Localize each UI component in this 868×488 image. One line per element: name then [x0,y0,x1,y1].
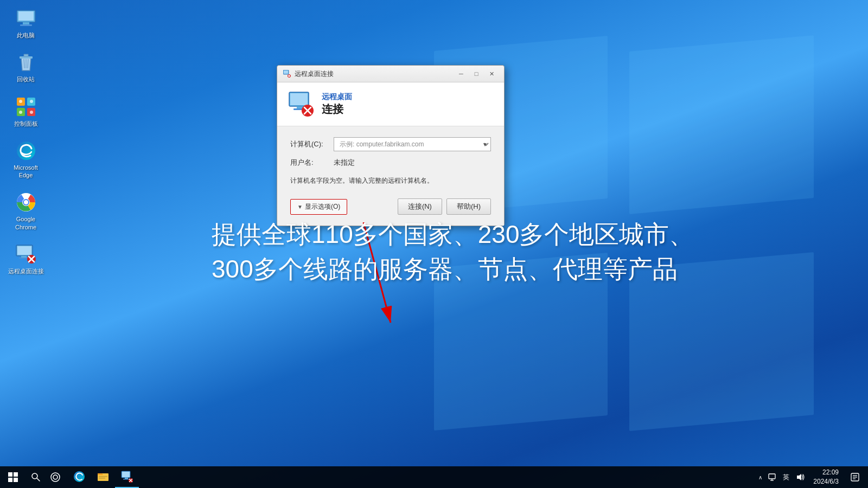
recycle-icon-image [15,52,37,73]
taskbar-pinned-apps [67,466,139,488]
svg-point-20 [24,200,28,204]
svg-line-47 [37,478,40,481]
red-arrow [320,222,429,342]
svg-rect-55 [122,472,130,477]
recycle-bin-icon[interactable]: 回收站 [5,49,46,85]
computer-select[interactable]: 示例: computer.fabrikam.com [334,137,491,151]
svg-point-48 [51,473,60,481]
svg-rect-43 [14,472,18,477]
ms-edge-label: MicrosoftEdge [14,164,38,179]
network-tray-icon[interactable] [767,466,777,488]
dialog-action-buttons: 连接(N) 帮助(H) [398,198,491,215]
dialog-close-btn[interactable]: ✕ [484,69,499,79]
svg-rect-61 [769,474,775,479]
computer-select-wrap: 示例: computer.fabrikam.com ▼ [334,137,491,151]
dialog-maximize-btn[interactable]: □ [469,69,483,79]
svg-point-49 [53,475,58,479]
taskbar-date: 2024/6/3 [813,477,839,486]
chrome-icon-image [15,191,37,213]
rdp-shortcut-label: 远程桌面连接 [8,267,44,275]
ms-edge-image [15,140,37,162]
svg-marker-64 [797,474,801,480]
svg-rect-3 [20,24,32,26]
dialog-controls: ─ □ ✕ [454,69,499,79]
recycle-bin-label: 回收站 [17,75,35,83]
taskbar-time: 22:09 [813,468,839,477]
ms-edge-icon[interactable]: MicrosoftEdge [5,138,46,182]
taskbar: ∧ 英 22:09 2024/6/3 [0,466,868,488]
language-indicator[interactable]: 英 [781,473,792,482]
this-pc-label: 此电脑 [17,31,35,39]
notification-center[interactable] [846,466,864,488]
rdp-dialog: 远程桌面连接 ─ □ ✕ [277,65,505,226]
this-pc-icon[interactable]: 此电脑 [5,5,46,41]
dialog-body: 计算机(C): 示例: computer.fabrikam.com ▼ 用户名:… [277,126,504,226]
svg-rect-52 [99,476,107,477]
dialog-title-icon [283,69,291,78]
show-options-arrow: ▼ [297,204,303,210]
svg-rect-44 [8,478,12,482]
svg-rect-22 [17,246,31,255]
taskbar-search[interactable] [26,466,46,488]
rdp-shortcut-icon[interactable]: 远程桌面连接 [5,241,46,277]
computer-row: 计算机(C): 示例: computer.fabrikam.com ▼ [290,137,491,151]
svg-point-13 [30,100,33,103]
taskbar-cortana[interactable] [46,466,65,488]
computer-input-wrap: 示例: computer.fabrikam.com ▼ [334,137,491,151]
taskbar-rdp-app[interactable] [115,466,139,488]
dialog-title-text: 远程桌面连接 [295,69,454,79]
dialog-main-title: 连接 [322,102,352,117]
google-chrome-label: GoogleChrome [15,215,36,231]
help-button[interactable]: 帮助(H) [446,198,491,215]
dialog-warning: 计算机名字段为空。请输入完整的远程计算机名。 [290,174,491,185]
taskbar-right: ∧ 英 22:09 2024/6/3 [757,466,868,488]
svg-rect-45 [14,478,18,482]
rdp-shortcut-image [15,243,37,265]
svg-rect-57 [123,479,130,480]
svg-line-41 [363,222,391,323]
connect-button[interactable]: 连接(N) [398,198,442,215]
svg-rect-56 [125,478,128,479]
svg-point-14 [19,111,22,114]
svg-point-15 [30,111,33,114]
desktop: 此电脑 回收站 [0,0,868,488]
username-value: 未指定 [334,158,355,168]
svg-rect-34 [290,93,308,105]
username-label: 用户名: [290,158,334,168]
svg-rect-1 [18,11,34,21]
show-options-button[interactable]: ▼ 显示选项(O) [290,199,347,215]
taskbar-clock[interactable]: 22:09 2024/6/3 [809,468,843,486]
desktop-icons: 此电脑 回收站 [5,5,46,277]
svg-point-12 [19,100,22,103]
username-row: 用户名: 未指定 [290,158,491,168]
show-options-label: 显示选项(O) [305,202,340,211]
dialog-footer: ▼ 显示选项(O) 连接(N) 帮助(H) [290,194,491,215]
dialog-header-icon [288,91,314,117]
taskbar-explorer-app[interactable] [91,466,115,488]
start-button[interactable] [0,466,26,488]
dialog-subtitle: 远程桌面 [322,92,352,102]
pc-icon-image [15,8,37,29]
svg-rect-4 [20,56,33,59]
dialog-header: 远程桌面 连接 [277,82,504,126]
control-panel-label: 控制面板 [14,120,38,127]
computer-label: 计算机(C): [290,139,334,149]
dialog-header-texts: 远程桌面 连接 [322,92,352,117]
taskbar-edge-app[interactable] [67,466,91,488]
dialog-minimize-btn[interactable]: ─ [454,69,468,79]
volume-tray-icon[interactable] [795,466,806,488]
svg-rect-42 [8,472,12,477]
svg-rect-53 [99,478,105,479]
svg-rect-2 [23,22,29,24]
google-chrome-icon[interactable]: GoogleChrome [5,189,46,233]
control-panel-image [15,96,37,118]
svg-rect-23 [21,256,27,258]
tray-chevron[interactable]: ∧ [757,474,763,480]
svg-rect-29 [284,70,288,74]
dialog-titlebar: 远程桌面连接 ─ □ ✕ [277,66,504,82]
control-panel-icon[interactable]: 控制面板 [5,94,46,130]
